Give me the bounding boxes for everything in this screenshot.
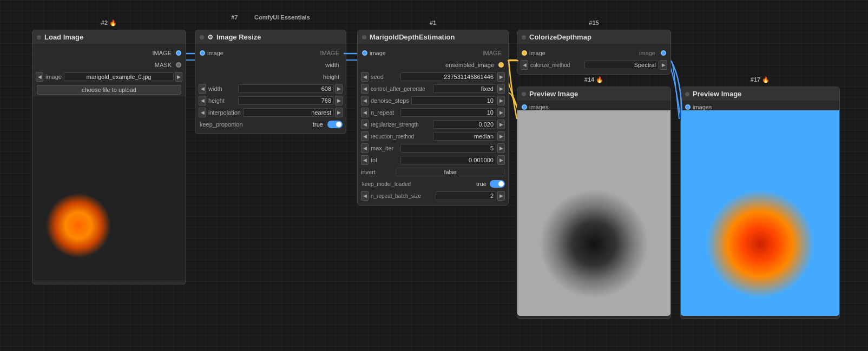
reduction-value: median: [433, 132, 496, 141]
marigold-title: MarigoldDepthEstimation: [370, 33, 455, 41]
colorize-prev-btn[interactable]: ◀: [521, 60, 528, 70]
invert-row: invert false: [358, 166, 508, 178]
keep-proportion-toggle[interactable]: [327, 121, 343, 128]
reg-value: 0.020: [433, 120, 496, 129]
height-next-btn[interactable]: ▶: [335, 96, 343, 105]
tol-prev-btn[interactable]: ◀: [361, 155, 369, 165]
mask-output-port: MASK: [32, 59, 186, 71]
interpolation-prev-btn[interactable]: ◀: [199, 108, 206, 117]
invert-label: invert: [361, 169, 393, 175]
denoise-prev-btn[interactable]: ◀: [361, 96, 369, 105]
resize-node-title: Image Resize: [216, 33, 261, 41]
colorized-preview-image: [681, 110, 839, 316]
reg-label: regularizer_strength: [370, 122, 432, 128]
image-input-dot-resize: [200, 50, 205, 56]
colorize-header: #15 ColorizeDepthmap: [517, 30, 670, 44]
preview-1-title: Preview Image: [529, 90, 578, 98]
status-dot-preview1: [522, 92, 526, 96]
colorize-node: #15 ColorizeDepthmap image image ◀ color…: [517, 30, 671, 75]
image-filename-value: marigold_example_0.jpg: [64, 72, 174, 81]
reg-next-btn[interactable]: ▶: [497, 120, 505, 129]
interpolation-value: nearest: [243, 108, 334, 117]
upload-button[interactable]: choose file to upload: [37, 85, 181, 95]
control-after-next-btn[interactable]: ▶: [497, 84, 505, 94]
reduction-next-btn[interactable]: ▶: [497, 131, 505, 141]
keep-proportion-label: keep_proportion: [199, 121, 312, 128]
width-value: 608: [238, 84, 334, 93]
denoise-steps-row: ◀ denoise_steps 10 ▶: [358, 95, 508, 107]
n-repeat-label: n_repeat: [370, 109, 399, 116]
colorize-title: ColorizeDepthmap: [529, 33, 591, 41]
width-label: width: [207, 85, 237, 92]
marigold-node: #1 MarigoldDepthEstimation image IMAGE e…: [357, 30, 509, 206]
reg-prev-btn[interactable]: ◀: [361, 120, 369, 129]
max-iter-value: 5: [400, 144, 496, 153]
n-repeat-row: ◀ n_repeat 10 ▶: [358, 107, 508, 118]
reduction-label: reduction_method: [370, 134, 432, 140]
preview-image-2-node: #17 🔥 Preview Image images: [680, 87, 840, 319]
seed-value: 237531146861446: [400, 72, 496, 81]
image-input-colorize: image image: [517, 47, 670, 59]
interpolation-next-btn[interactable]: ▶: [335, 108, 343, 117]
image-input-dot-colorize: [522, 50, 527, 56]
colorize-next-btn[interactable]: ▶: [660, 60, 667, 70]
canvas: #2 🔥 Load Image IMAGE MASK ◀ image marig…: [0, 0, 868, 351]
batch-prev-btn[interactable]: ◀: [361, 191, 369, 201]
preview-image-1-node: #14 🔥 Preview Image images: [517, 87, 671, 319]
n-repeat-prev-btn[interactable]: ◀: [361, 108, 369, 117]
seed-label: seed: [370, 74, 399, 80]
batch-size-row: ◀ n_repeat_batch_size 2 ▶: [358, 190, 508, 202]
keep-model-value: true: [476, 181, 486, 187]
colorize-method-label: colorize_method: [529, 62, 583, 68]
image-input-port-resize: image IMAGE: [195, 47, 346, 59]
preview-1-header: #14 🔥 Preview Image: [517, 87, 670, 101]
images-label-preview2: images: [691, 104, 714, 110]
n-repeat-next-btn[interactable]: ▶: [497, 108, 505, 117]
keep-model-toggle[interactable]: [490, 180, 505, 188]
width-next-btn[interactable]: ▶: [335, 84, 343, 94]
status-dot-preview2: [685, 92, 689, 96]
load-image-body: IMAGE MASK ◀ image marigold_example_0.jp…: [32, 44, 186, 284]
height-field-row: ◀ height 768 ▶: [195, 95, 346, 107]
seed-row: ◀ seed 237531146861446 ▶: [358, 71, 508, 83]
control-after-prev-btn[interactable]: ◀: [361, 84, 369, 94]
reg-strength-row: ◀ regularizer_strength 0.020 ▶: [358, 118, 508, 130]
tol-value: 0.001000: [400, 156, 496, 164]
marigold-header: #1 MarigoldDepthEstimation: [358, 30, 508, 44]
denoise-label: denoise_steps: [370, 97, 410, 104]
resize-icon: ⚙: [207, 34, 213, 41]
denoise-next-btn[interactable]: ▶: [497, 96, 505, 105]
node-id-badge: #2 🔥: [101, 19, 117, 27]
width-prev-btn[interactable]: ◀: [199, 84, 206, 94]
interpolation-label: interpolation: [207, 109, 242, 116]
preview-2-body: images: [681, 101, 839, 316]
images-dot-preview2: [685, 104, 691, 110]
reduction-prev-btn[interactable]: ◀: [361, 131, 369, 141]
tol-row: ◀ tol 0.001000 ▶: [358, 154, 508, 166]
batch-next-btn[interactable]: ▶: [497, 191, 505, 201]
keep-proportion-value: true: [313, 121, 323, 128]
image-resize-node: #7 ComfyUI Essentials ⚙ Image Resize ima…: [195, 30, 346, 134]
max-iter-prev-btn[interactable]: ◀: [361, 143, 369, 153]
load-image-node: #2 🔥 Load Image IMAGE MASK ◀ image marig…: [32, 30, 186, 284]
width-output-port: width: [195, 59, 346, 71]
control-after-row: ◀ control_after_generate fixed ▶: [358, 83, 508, 95]
image-prev-btn[interactable]: ◀: [36, 72, 43, 82]
height-prev-btn[interactable]: ◀: [199, 96, 206, 105]
colorize-method-value: Spectral: [584, 61, 659, 69]
seed-prev-btn[interactable]: ◀: [361, 72, 369, 82]
ensembled-output-dot: [498, 62, 504, 68]
n-repeat-value: 10: [400, 108, 496, 117]
max-iter-label: max_iter: [370, 145, 399, 151]
images-dot-preview1: [522, 104, 527, 110]
tol-next-btn[interactable]: ▶: [497, 155, 505, 165]
image-resize-header: #7 ComfyUI Essentials ⚙ Image Resize: [195, 30, 346, 44]
control-after-value: fixed: [433, 84, 496, 93]
image-next-btn[interactable]: ▶: [175, 72, 182, 82]
preview-1-body: images: [517, 101, 670, 316]
seed-next-btn[interactable]: ▶: [497, 72, 505, 82]
image-output-port: IMAGE: [32, 47, 186, 59]
status-dot-marigold: [362, 35, 366, 39]
max-iter-next-btn[interactable]: ▶: [497, 143, 505, 153]
batch-value: 2: [436, 191, 496, 200]
